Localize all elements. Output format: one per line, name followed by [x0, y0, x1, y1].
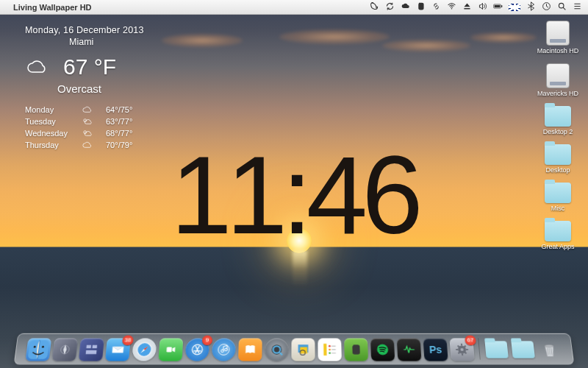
hdd-icon [546, 63, 570, 88]
weather-widget: Monday, 16 December 2013 Miami 67 °F Ove… [25, 25, 144, 151]
weather-temp: 67 °F [63, 54, 116, 79]
dock-ibooks[interactable] [238, 339, 262, 361]
clock-time: 11:46 [0, 140, 588, 250]
tray-flag-icon[interactable] [509, 4, 520, 11]
tray-link-icon[interactable] [431, 1, 441, 13]
dock-itunes[interactable] [212, 339, 236, 361]
desktop-icon-misc[interactable]: Misc [535, 183, 581, 212]
app-name[interactable]: Living Wallpaper HD [13, 3, 92, 12]
folder-icon [485, 341, 509, 358]
svg-point-0 [451, 8, 453, 10]
folder-icon [545, 144, 571, 165]
forecast-row: Wednesday68°/77° [25, 127, 144, 139]
dock-downloads[interactable] [484, 339, 509, 361]
dock-activity-monitor[interactable] [397, 339, 422, 361]
svg-rect-17 [167, 347, 172, 353]
folder-icon [545, 106, 571, 127]
weather-icon [25, 58, 50, 76]
tray-refresh-icon[interactable] [385, 1, 395, 13]
dock-photoshop[interactable]: Ps [423, 339, 448, 361]
desktop: Living Wallpaper HD Monday, 16 December … [0, 0, 588, 368]
tray-clock-icon[interactable] [542, 1, 551, 13]
dock-facetime[interactable] [158, 339, 183, 361]
badge: 38 [122, 336, 134, 345]
folder-icon [545, 183, 571, 203]
folder-icon [545, 221, 571, 241]
tray-notifications-icon[interactable] [573, 1, 582, 13]
dock-evernote[interactable] [344, 339, 368, 361]
dock-quicktime[interactable] [265, 339, 288, 361]
partly-cloudy-icon [81, 129, 94, 138]
tray-spotlight-icon[interactable] [557, 1, 567, 13]
desktop-icons: Macintosh HD Mavericks HD Desktop 2 Desk… [535, 21, 581, 250]
dock-folder[interactable] [510, 339, 536, 361]
dock-mail[interactable]: 38 [105, 339, 131, 361]
tray-phone-icon[interactable] [370, 1, 379, 13]
partly-cloudy-icon [81, 117, 94, 126]
desktop-icon-great-apps[interactable]: Great Apps [535, 221, 581, 250]
tray-evernote-icon[interactable] [416, 1, 426, 13]
tray-battery-icon[interactable] [493, 1, 503, 13]
tray-volume-icon[interactable] [478, 1, 487, 13]
dock-finder[interactable] [25, 339, 51, 361]
dock-spotify[interactable] [370, 339, 395, 361]
svg-rect-3 [501, 5, 502, 7]
dock-divider [478, 339, 481, 360]
svg-point-28 [329, 352, 331, 354]
svg-point-27 [329, 349, 331, 351]
hdd-icon [546, 21, 570, 46]
svg-point-32 [545, 345, 553, 347]
menubar-tray [370, 1, 582, 13]
weather-city: Miami [69, 37, 144, 47]
wallpaper-clouds [147, 29, 551, 81]
dock-trash[interactable] [537, 339, 563, 361]
svg-rect-12 [86, 345, 91, 348]
badge: 9 [202, 336, 213, 345]
svg-point-5 [559, 3, 564, 8]
desktop-icon-desktop[interactable]: Desktop [535, 144, 581, 174]
svg-rect-2 [495, 5, 501, 7]
tray-bluetooth-icon[interactable] [526, 1, 536, 13]
svg-rect-25 [323, 344, 326, 355]
dock-launchpad[interactable] [52, 339, 78, 361]
weather-condition: Overcast [57, 82, 144, 95]
weather-date: Monday, 16 December 2013 [25, 25, 144, 35]
cloud-icon [81, 105, 94, 114]
tray-wifi-icon[interactable] [447, 1, 456, 13]
dock: 38 9 Ps 67 [16, 333, 573, 365]
dock-preview[interactable] [291, 339, 315, 361]
badge: 67 [465, 336, 476, 345]
svg-point-26 [329, 345, 331, 347]
svg-rect-14 [86, 350, 97, 354]
forecast-row: Monday64°/75° [25, 104, 144, 116]
dock-safari[interactable] [132, 339, 157, 361]
svg-rect-13 [92, 345, 97, 348]
menubar: Living Wallpaper HD [0, 0, 588, 15]
dock-reminders[interactable] [318, 339, 342, 361]
forecast-row: Tuesday63°/77° [25, 116, 144, 127]
desktop-icon-desktop-2[interactable]: Desktop 2 [535, 106, 581, 135]
tray-cloud-icon[interactable] [401, 1, 410, 13]
tray-eject-icon[interactable] [462, 1, 472, 13]
folder-icon [511, 341, 535, 358]
desktop-icon-mavericks-hd[interactable]: Mavericks HD [535, 63, 581, 97]
dock-appstore[interactable]: 9 [185, 339, 209, 361]
dock-mission-control[interactable] [79, 339, 104, 361]
dock-system-preferences[interactable]: 67 [449, 339, 475, 361]
desktop-icon-macintosh-hd[interactable]: Macintosh HD [535, 21, 581, 54]
